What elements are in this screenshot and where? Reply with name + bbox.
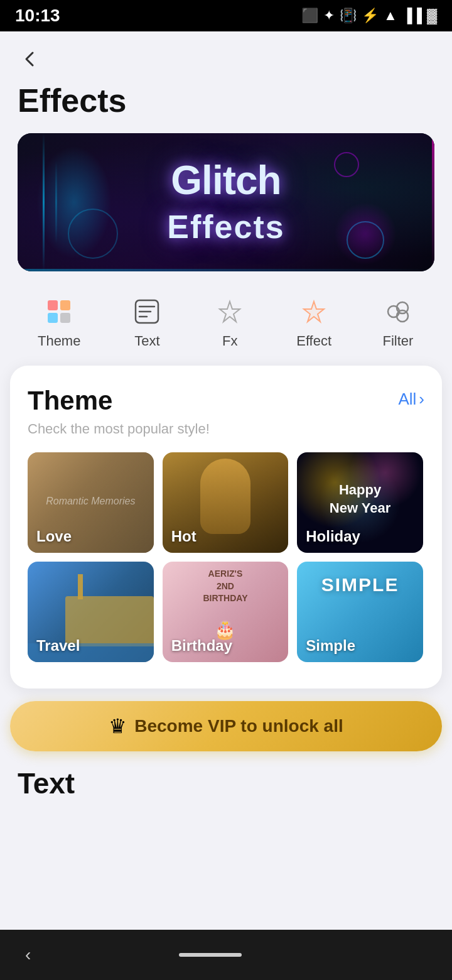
effect-icon <box>298 295 330 328</box>
hero-title: Glitch Effects <box>167 158 284 247</box>
tab-text[interactable]: Text <box>121 290 173 354</box>
panel-header: Theme All › <box>28 386 424 416</box>
tab-theme[interactable]: Theme <box>28 290 90 354</box>
vip-icon: ♛ <box>109 714 127 738</box>
hero-text: Glitch Effects <box>167 158 284 247</box>
theme-item-love[interactable]: Romantic Memories Love <box>28 452 154 553</box>
tab-fx-label: Fx <box>222 333 237 349</box>
flash-icon: ⚡ <box>362 8 379 24</box>
love-label: Love <box>36 528 72 545</box>
theme-item-hot[interactable]: Hot <box>163 452 289 553</box>
clipboard-icon: ⬛ <box>301 8 318 24</box>
birthday-label: Birthday <box>171 637 232 655</box>
vip-label: Become VIP to unlock all <box>134 716 343 736</box>
header: Effects <box>0 31 452 127</box>
svg-rect-2 <box>48 313 58 323</box>
text-icon <box>131 295 163 328</box>
status-bar: 10:13 ⬛ ✦ 📳 ⚡ ▲ ▐▐ ▓ <box>0 0 452 31</box>
signal-icon: ▐▐ <box>402 8 422 24</box>
love-overlay-text: Romantic Memories <box>46 496 135 507</box>
theme-item-birthday[interactable]: AERIZ'S2ND BIRTHDAY 🎂 Birthday <box>163 562 289 662</box>
svg-point-10 <box>397 310 408 322</box>
theme-icon <box>43 295 75 328</box>
theme-item-travel[interactable]: Travel <box>28 562 154 662</box>
panel-subtitle: Check the most popular style! <box>28 421 424 437</box>
holiday-label: Holiday <box>306 528 360 545</box>
wifi-icon: ▲ <box>384 8 397 24</box>
tab-theme-label: Theme <box>38 333 80 349</box>
bottom-nav: ‹ <box>0 930 452 980</box>
back-button[interactable] <box>18 46 43 72</box>
page-title: Effects <box>18 82 434 119</box>
page: Effects Glitch Effects <box>0 31 452 810</box>
category-tabs: Theme Text Fx <box>0 284 452 361</box>
all-link[interactable]: All › <box>398 389 424 409</box>
hero-banner: Glitch Effects <box>18 133 434 271</box>
battery-icon: ▓ <box>427 8 437 24</box>
panel-title: Theme <box>28 386 112 416</box>
chevron-right-icon: › <box>419 389 424 409</box>
tab-fx[interactable]: Fx <box>203 290 256 354</box>
text-section-title: Text <box>18 766 434 800</box>
travel-label: Travel <box>36 637 80 655</box>
tab-filter[interactable]: Filter <box>372 290 424 354</box>
svg-rect-0 <box>48 300 58 310</box>
tab-text-label: Text <box>134 333 159 349</box>
tab-effect-label: Effect <box>296 333 331 349</box>
theme-item-simple[interactable]: SIMPLE Simple <box>297 562 423 662</box>
tab-effect[interactable]: Effect <box>286 290 342 354</box>
theme-panel: Theme All › Check the most popular style… <box>10 366 442 689</box>
vip-button[interactable]: ♛ Become VIP to unlock all <box>10 701 442 751</box>
hero-glow-left <box>36 146 112 259</box>
simple-label: Simple <box>306 637 355 655</box>
theme-row-1: Romantic Memories Love Hot Happy New Yea… <box>28 452 424 553</box>
theme-item-holiday[interactable]: Happy New Year Holiday <box>297 452 423 553</box>
fx-icon <box>213 295 246 328</box>
tab-filter-label: Filter <box>383 333 414 349</box>
vibrate-icon: 📳 <box>340 8 357 24</box>
bluetooth-icon: ✦ <box>323 8 335 24</box>
svg-rect-1 <box>60 300 70 310</box>
hot-label: Hot <box>171 528 196 545</box>
theme-row-2: Travel AERIZ'S2ND BIRTHDAY 🎂 Birthday SI… <box>28 562 424 662</box>
hero-glow-right <box>334 202 397 265</box>
nav-back-button[interactable]: ‹ <box>25 945 31 965</box>
status-time: 10:13 <box>15 6 60 26</box>
status-icons: ⬛ ✦ 📳 ⚡ ▲ ▐▐ ▓ <box>301 8 437 24</box>
text-section: Text <box>0 751 452 810</box>
svg-rect-3 <box>60 313 70 323</box>
filter-icon <box>382 295 414 328</box>
holiday-center-text: Happy New Year <box>330 481 390 517</box>
home-indicator[interactable] <box>179 953 242 957</box>
